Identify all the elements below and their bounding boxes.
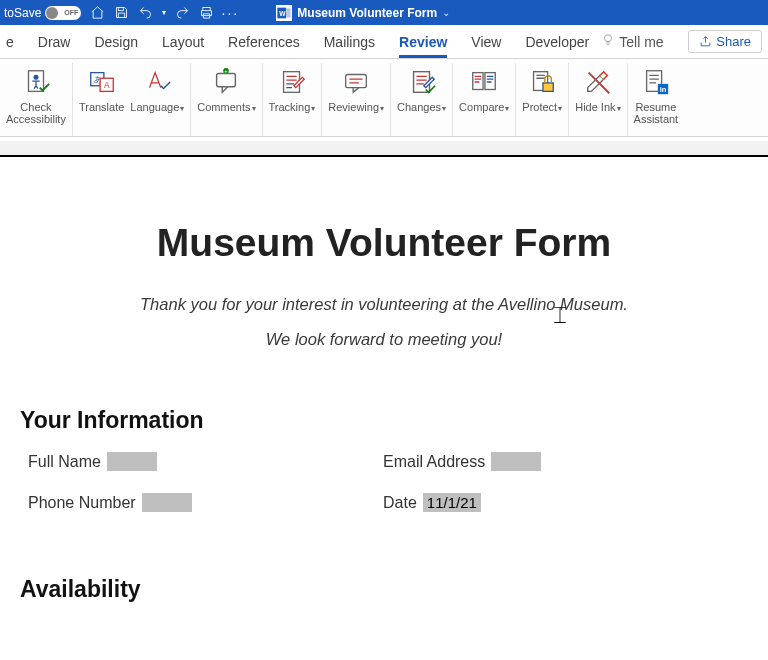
chevron-down-icon[interactable]: ▾ (252, 104, 256, 113)
autosave-switch[interactable]: OFF (45, 6, 81, 20)
field-full-name[interactable]: Full Name (28, 452, 383, 471)
autosave-toggle-group[interactable]: toSave OFF (4, 6, 81, 20)
autosave-label: toSave (4, 6, 41, 20)
tab-mailings[interactable]: Mailings (312, 25, 387, 58)
group-compare[interactable]: Compare▾ (453, 63, 516, 136)
email-placeholder[interactable] (491, 452, 541, 471)
svg-text:+: + (225, 68, 228, 74)
compare-icon (468, 65, 500, 99)
page[interactable]: Museum Volunteer Form Thank you for your… (0, 155, 768, 660)
comments-label: Comments (197, 101, 250, 113)
svg-rect-19 (543, 83, 553, 91)
group-hide-ink[interactable]: Hide Ink▾ (569, 63, 627, 136)
svg-rect-14 (346, 75, 367, 88)
chevron-down-icon[interactable]: ▾ (380, 104, 384, 113)
home-icon[interactable] (89, 5, 105, 21)
lightbulb-icon (601, 33, 615, 50)
more-icon[interactable]: ··· (222, 5, 238, 21)
chevron-down-icon[interactable]: ▾ (442, 104, 446, 113)
share-button[interactable]: Share (688, 30, 762, 53)
tab-view[interactable]: View (459, 25, 513, 58)
reviewing-label: Reviewing (328, 101, 379, 113)
titlebar: toSave OFF ▾ ··· W Museum Volunteer Form… (0, 0, 768, 25)
hide-ink-icon (582, 65, 614, 99)
intro-line-2[interactable]: We look forward to meeting you! (20, 330, 748, 349)
group-comments[interactable]: + Comments▾ (191, 63, 262, 136)
phone-placeholder[interactable] (142, 493, 192, 512)
svg-text:A: A (104, 80, 110, 90)
tab-design[interactable]: Design (82, 25, 150, 58)
chevron-down-icon[interactable]: ▾ (180, 104, 184, 113)
intro-line-1[interactable]: Thank you for your interest in volunteer… (20, 295, 748, 314)
section-your-information[interactable]: Your Information (20, 407, 748, 434)
svg-rect-16 (473, 73, 483, 90)
field-date[interactable]: Date 11/1/21 (383, 493, 748, 512)
document-title-group[interactable]: W Museum Volunteer Form ⌄ (276, 5, 450, 21)
undo-icon[interactable] (137, 5, 153, 21)
svg-text:in: in (660, 85, 667, 94)
resume-assistant-icon: in (640, 65, 672, 99)
redo-icon[interactable] (174, 5, 190, 21)
undo-dropdown-icon[interactable]: ▾ (162, 8, 166, 17)
svg-point-5 (34, 75, 38, 79)
language-label: Language (130, 101, 179, 113)
group-protect[interactable]: Protect▾ (516, 63, 569, 136)
tab-developer[interactable]: Developer (513, 25, 601, 58)
tracking-icon (276, 65, 308, 99)
tracking-label: Tracking (269, 101, 311, 113)
check-accessibility-label: Check Accessibility (6, 101, 66, 125)
autosave-off-text: OFF (64, 9, 78, 16)
print-icon[interactable] (198, 5, 214, 21)
chevron-down-icon[interactable]: ▾ (558, 104, 562, 113)
check-accessibility-icon (20, 65, 52, 99)
tab-layout[interactable]: Layout (150, 25, 216, 58)
translate-label: Translate (79, 101, 124, 113)
translate-button[interactable]: あA Translate (79, 65, 124, 115)
resume-assistant-label: Resume Assistant (634, 101, 679, 125)
email-label: Email Address (383, 453, 485, 471)
full-name-placeholder[interactable] (107, 452, 157, 471)
language-icon (141, 65, 173, 99)
svg-rect-2 (286, 8, 291, 17)
chevron-down-icon[interactable]: ▾ (311, 104, 315, 113)
group-resume-assistant[interactable]: in Resume Assistant (628, 63, 679, 136)
comments-icon: + (210, 65, 242, 99)
section-availability[interactable]: Availability (20, 576, 748, 603)
tab-draw[interactable]: Draw (26, 25, 83, 58)
hide-ink-label: Hide Ink (575, 101, 615, 113)
field-email[interactable]: Email Address (383, 452, 748, 471)
ribbon-tabs: e Draw Design Layout References Mailings… (0, 25, 768, 59)
svg-point-3 (605, 35, 612, 42)
group-tracking[interactable]: Tracking▾ (263, 63, 323, 136)
ribbon-toolbar: Check Accessibility あA Translate Languag… (0, 59, 768, 137)
protect-label: Protect (522, 101, 557, 113)
word-app-icon: W (276, 5, 292, 21)
group-accessibility[interactable]: Check Accessibility (0, 63, 73, 136)
tab-review[interactable]: Review (387, 25, 459, 58)
field-phone[interactable]: Phone Number (28, 493, 383, 512)
info-grid: Full Name Email Address Phone Number Dat… (20, 452, 748, 512)
chevron-down-icon[interactable]: ▾ (505, 104, 509, 113)
tab-home-partial[interactable]: e (6, 25, 26, 58)
language-button[interactable]: Language▾ (130, 65, 184, 115)
document-heading[interactable]: Museum Volunteer Form (20, 221, 748, 265)
tab-references[interactable]: References (216, 25, 312, 58)
chevron-down-icon[interactable]: ⌄ (442, 7, 450, 18)
translate-icon: あA (86, 65, 118, 99)
chevron-down-icon[interactable]: ▾ (617, 104, 621, 113)
group-reviewing[interactable]: Reviewing▾ (322, 63, 391, 136)
group-changes[interactable]: Changes▾ (391, 63, 453, 136)
changes-icon (406, 65, 438, 99)
save-icon[interactable] (113, 5, 129, 21)
text-cursor-icon: ⌶ (554, 303, 566, 326)
compare-label: Compare (459, 101, 504, 113)
tellme-label: Tell me (619, 34, 663, 50)
changes-label: Changes (397, 101, 441, 113)
document-canvas[interactable]: Museum Volunteer Form Thank you for your… (0, 137, 768, 660)
group-language: あA Translate Language▾ (73, 63, 191, 136)
date-value[interactable]: 11/1/21 (423, 493, 481, 512)
reviewing-icon (340, 65, 372, 99)
svg-text:W: W (280, 9, 287, 16)
phone-label: Phone Number (28, 494, 136, 512)
tell-me-search[interactable]: Tell me (601, 33, 663, 50)
